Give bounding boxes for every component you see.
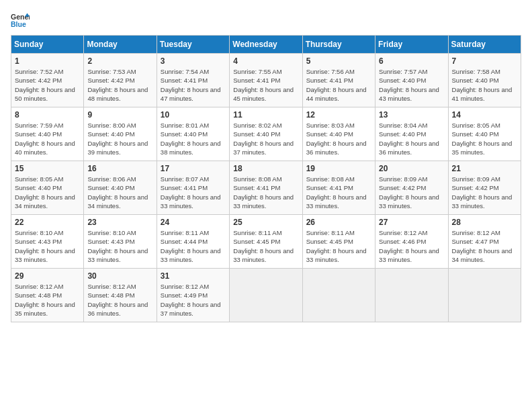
calendar-week-1: 1 Sunrise: 7:52 AM Sunset: 4:42 PM Dayli… bbox=[11, 54, 521, 107]
header: General Blue bbox=[11, 11, 521, 30]
day-info: Sunrise: 8:07 AM Sunset: 4:41 PM Dayligh… bbox=[161, 175, 226, 210]
calendar-cell: 14 Sunrise: 8:05 AM Sunset: 4:40 PM Dayl… bbox=[448, 107, 521, 161]
calendar-cell: 3 Sunrise: 7:54 AM Sunset: 4:41 PM Dayli… bbox=[157, 54, 229, 107]
calendar-cell: 25 Sunrise: 8:11 AM Sunset: 4:45 PM Dayl… bbox=[230, 215, 302, 269]
day-number: 30 bbox=[87, 271, 152, 281]
calendar-cell: 29 Sunrise: 8:12 AM Sunset: 4:48 PM Dayl… bbox=[11, 269, 84, 322]
day-number: 8 bbox=[15, 110, 80, 120]
day-info: Sunrise: 7:59 AM Sunset: 4:40 PM Dayligh… bbox=[15, 121, 80, 156]
day-number: 10 bbox=[161, 110, 226, 120]
day-number: 23 bbox=[87, 218, 152, 227]
calendar-header-monday: Monday bbox=[84, 36, 157, 54]
day-number: 1 bbox=[15, 56, 80, 66]
calendar-cell bbox=[448, 269, 521, 322]
logo: General Blue bbox=[11, 11, 32, 30]
day-info: Sunrise: 8:06 AM Sunset: 4:40 PM Dayligh… bbox=[87, 175, 152, 210]
day-number: 12 bbox=[306, 110, 371, 120]
calendar-cell: 13 Sunrise: 8:04 AM Sunset: 4:40 PM Dayl… bbox=[375, 107, 448, 161]
day-info: Sunrise: 7:57 AM Sunset: 4:40 PM Dayligh… bbox=[379, 67, 444, 103]
day-number: 15 bbox=[15, 164, 80, 173]
day-info: Sunrise: 7:54 AM Sunset: 4:41 PM Dayligh… bbox=[161, 67, 226, 103]
calendar-cell: 31 Sunrise: 8:12 AM Sunset: 4:49 PM Dayl… bbox=[157, 269, 229, 322]
day-number: 26 bbox=[306, 218, 371, 227]
day-info: Sunrise: 8:12 AM Sunset: 4:49 PM Dayligh… bbox=[161, 282, 226, 318]
calendar-cell: 4 Sunrise: 7:55 AM Sunset: 4:41 PM Dayli… bbox=[230, 54, 302, 107]
calendar-cell: 6 Sunrise: 7:57 AM Sunset: 4:40 PM Dayli… bbox=[375, 54, 448, 107]
day-info: Sunrise: 7:58 AM Sunset: 4:40 PM Dayligh… bbox=[452, 67, 517, 103]
calendar-cell: 21 Sunrise: 8:09 AM Sunset: 4:42 PM Dayl… bbox=[448, 161, 521, 215]
calendar-cell: 5 Sunrise: 7:56 AM Sunset: 4:41 PM Dayli… bbox=[302, 54, 375, 107]
day-info: Sunrise: 8:01 AM Sunset: 4:40 PM Dayligh… bbox=[161, 121, 226, 156]
calendar-week-5: 29 Sunrise: 8:12 AM Sunset: 4:48 PM Dayl… bbox=[11, 269, 521, 322]
calendar-cell: 17 Sunrise: 8:07 AM Sunset: 4:41 PM Dayl… bbox=[157, 161, 229, 215]
day-number: 28 bbox=[452, 218, 517, 227]
calendar-cell: 11 Sunrise: 8:02 AM Sunset: 4:40 PM Dayl… bbox=[230, 107, 302, 161]
day-info: Sunrise: 8:11 AM Sunset: 4:45 PM Dayligh… bbox=[233, 228, 298, 264]
calendar-cell: 15 Sunrise: 8:05 AM Sunset: 4:40 PM Dayl… bbox=[11, 161, 84, 215]
day-info: Sunrise: 8:03 AM Sunset: 4:40 PM Dayligh… bbox=[306, 121, 371, 156]
calendar-cell: 8 Sunrise: 7:59 AM Sunset: 4:40 PM Dayli… bbox=[11, 107, 84, 161]
calendar-body: 1 Sunrise: 7:52 AM Sunset: 4:42 PM Dayli… bbox=[11, 54, 521, 322]
day-info: Sunrise: 8:04 AM Sunset: 4:40 PM Dayligh… bbox=[379, 121, 444, 156]
calendar-cell: 23 Sunrise: 8:10 AM Sunset: 4:43 PM Dayl… bbox=[84, 215, 157, 269]
day-number: 21 bbox=[452, 164, 517, 173]
calendar-cell: 22 Sunrise: 8:10 AM Sunset: 4:43 PM Dayl… bbox=[11, 215, 84, 269]
day-number: 9 bbox=[87, 110, 152, 120]
day-number: 25 bbox=[233, 218, 298, 227]
day-info: Sunrise: 7:52 AM Sunset: 4:42 PM Dayligh… bbox=[15, 67, 80, 103]
calendar-cell: 19 Sunrise: 8:08 AM Sunset: 4:41 PM Dayl… bbox=[302, 161, 375, 215]
calendar-cell: 2 Sunrise: 7:53 AM Sunset: 4:42 PM Dayli… bbox=[84, 54, 157, 107]
calendar-cell: 18 Sunrise: 8:08 AM Sunset: 4:41 PM Dayl… bbox=[230, 161, 302, 215]
calendar-cell: 24 Sunrise: 8:11 AM Sunset: 4:44 PM Dayl… bbox=[157, 215, 229, 269]
day-number: 27 bbox=[379, 218, 444, 227]
day-number: 31 bbox=[161, 271, 226, 281]
calendar-cell: 9 Sunrise: 8:00 AM Sunset: 4:40 PM Dayli… bbox=[84, 107, 157, 161]
calendar-header-saturday: Saturday bbox=[448, 36, 521, 54]
day-number: 5 bbox=[306, 56, 371, 66]
day-number: 7 bbox=[452, 56, 517, 66]
calendar-cell: 7 Sunrise: 7:58 AM Sunset: 4:40 PM Dayli… bbox=[448, 54, 521, 107]
day-number: 24 bbox=[161, 218, 226, 227]
calendar-cell: 20 Sunrise: 8:09 AM Sunset: 4:42 PM Dayl… bbox=[375, 161, 448, 215]
day-number: 16 bbox=[87, 164, 152, 173]
day-info: Sunrise: 8:12 AM Sunset: 4:48 PM Dayligh… bbox=[15, 282, 80, 318]
day-info: Sunrise: 8:00 AM Sunset: 4:40 PM Dayligh… bbox=[87, 121, 152, 156]
day-info: Sunrise: 8:05 AM Sunset: 4:40 PM Dayligh… bbox=[452, 121, 517, 156]
calendar-cell: 30 Sunrise: 8:12 AM Sunset: 4:48 PM Dayl… bbox=[84, 269, 157, 322]
day-info: Sunrise: 8:08 AM Sunset: 4:41 PM Dayligh… bbox=[233, 175, 298, 210]
day-number: 29 bbox=[15, 271, 80, 281]
calendar-cell bbox=[375, 269, 448, 322]
day-info: Sunrise: 8:10 AM Sunset: 4:43 PM Dayligh… bbox=[15, 228, 80, 264]
day-info: Sunrise: 7:53 AM Sunset: 4:42 PM Dayligh… bbox=[87, 67, 152, 103]
calendar-cell: 16 Sunrise: 8:06 AM Sunset: 4:40 PM Dayl… bbox=[84, 161, 157, 215]
day-info: Sunrise: 8:09 AM Sunset: 4:42 PM Dayligh… bbox=[452, 175, 517, 210]
calendar-header-sunday: Sunday bbox=[11, 36, 84, 54]
calendar-table: SundayMondayTuesdayWednesdayThursdayFrid… bbox=[11, 35, 521, 322]
day-number: 6 bbox=[379, 56, 444, 66]
calendar-cell: 27 Sunrise: 8:12 AM Sunset: 4:46 PM Dayl… bbox=[375, 215, 448, 269]
day-info: Sunrise: 8:05 AM Sunset: 4:40 PM Dayligh… bbox=[15, 175, 80, 210]
calendar-week-4: 22 Sunrise: 8:10 AM Sunset: 4:43 PM Dayl… bbox=[11, 215, 521, 269]
day-info: Sunrise: 8:12 AM Sunset: 4:48 PM Dayligh… bbox=[87, 282, 152, 318]
day-number: 17 bbox=[161, 164, 226, 173]
calendar-cell: 28 Sunrise: 8:12 AM Sunset: 4:47 PM Dayl… bbox=[448, 215, 521, 269]
day-info: Sunrise: 8:02 AM Sunset: 4:40 PM Dayligh… bbox=[233, 121, 298, 156]
calendar-header-thursday: Thursday bbox=[302, 36, 375, 54]
calendar-cell: 1 Sunrise: 7:52 AM Sunset: 4:42 PM Dayli… bbox=[11, 54, 84, 107]
day-info: Sunrise: 8:12 AM Sunset: 4:46 PM Dayligh… bbox=[379, 228, 444, 264]
day-number: 18 bbox=[233, 164, 298, 173]
logo-icon: General Blue bbox=[11, 11, 30, 30]
day-number: 22 bbox=[15, 218, 80, 227]
day-info: Sunrise: 8:11 AM Sunset: 4:45 PM Dayligh… bbox=[306, 228, 371, 264]
day-info: Sunrise: 8:08 AM Sunset: 4:41 PM Dayligh… bbox=[306, 175, 371, 210]
calendar-header-friday: Friday bbox=[375, 36, 448, 54]
calendar-cell: 12 Sunrise: 8:03 AM Sunset: 4:40 PM Dayl… bbox=[302, 107, 375, 161]
day-number: 11 bbox=[233, 110, 298, 120]
day-info: Sunrise: 7:55 AM Sunset: 4:41 PM Dayligh… bbox=[233, 67, 298, 103]
day-number: 4 bbox=[233, 56, 298, 66]
calendar-week-2: 8 Sunrise: 7:59 AM Sunset: 4:40 PM Dayli… bbox=[11, 107, 521, 161]
calendar-cell bbox=[302, 269, 375, 322]
calendar-week-3: 15 Sunrise: 8:05 AM Sunset: 4:40 PM Dayl… bbox=[11, 161, 521, 215]
day-info: Sunrise: 8:12 AM Sunset: 4:47 PM Dayligh… bbox=[452, 228, 517, 264]
calendar-cell bbox=[230, 269, 302, 322]
